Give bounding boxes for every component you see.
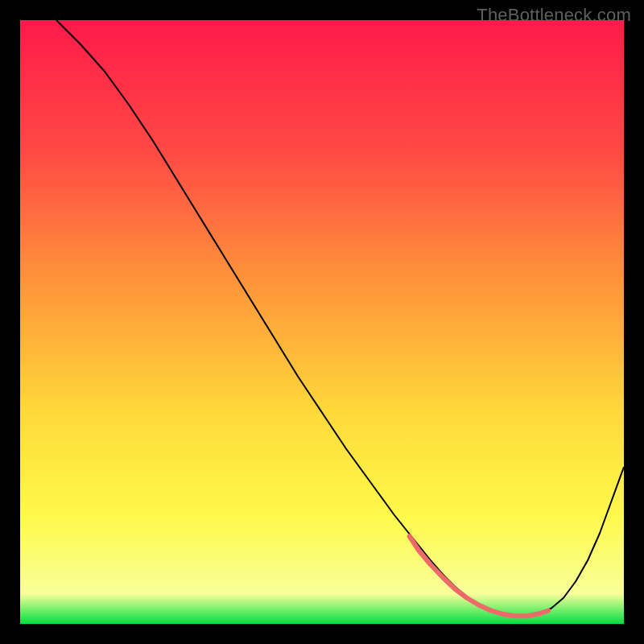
gradient-background	[20, 20, 624, 624]
chart-container: TheBottleneck.com	[0, 0, 644, 644]
plot-area	[20, 20, 624, 624]
chart-svg	[20, 20, 624, 624]
